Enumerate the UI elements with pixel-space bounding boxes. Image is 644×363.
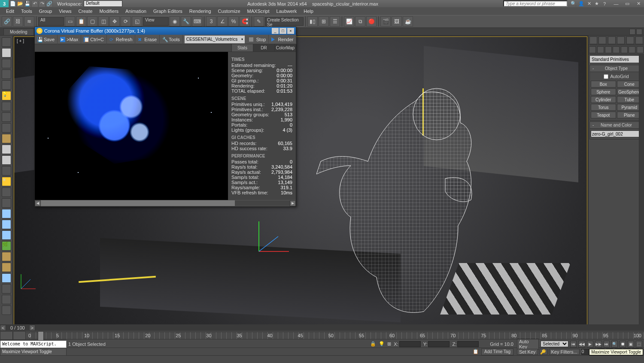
workspace-combo[interactable]: Default: [84, 0, 122, 7]
material-editor-icon[interactable]: 🔴: [366, 16, 377, 27]
keyboard-shortcut-icon[interactable]: ⌨: [192, 16, 202, 27]
layer-icon[interactable]: ☰: [330, 16, 340, 27]
bind-icon[interactable]: ≋: [24, 16, 34, 27]
vfb-maximize-icon[interactable]: □: [279, 28, 286, 34]
coord-mode-icon[interactable]: ⊞: [387, 341, 391, 347]
pal-btn-10[interactable]: [2, 134, 11, 143]
time-tag-icon[interactable]: 📋: [473, 349, 479, 354]
menu-maxscript[interactable]: MAXScript: [244, 8, 273, 15]
pal-btn-5[interactable]: [2, 80, 11, 90]
vfb-max-button[interactable]: ➤>Max: [58, 35, 81, 44]
pal-btn-21[interactable]: [2, 252, 11, 261]
primitive-pyramid[interactable]: Pyramid: [617, 104, 642, 111]
search-input[interactable]: [503, 0, 568, 7]
primitive-cylinder[interactable]: Cylinder: [591, 96, 616, 103]
selection-filter[interactable]: All: [38, 17, 64, 26]
ribbon-tab-modeling[interactable]: Modeling: [3, 28, 34, 35]
vfb-ctrlc-button[interactable]: 📋Ctrl+C: [81, 35, 106, 44]
panel-scrollbar[interactable]: [639, 54, 644, 333]
scroll-left-icon[interactable]: ◀: [35, 200, 41, 206]
select-rotate-icon[interactable]: ⟳: [121, 16, 131, 27]
vfb-save-button[interactable]: 💾Save: [35, 35, 58, 44]
timeline-config-icon[interactable]: [13, 331, 26, 340]
object-type-rollout[interactable]: Object Type: [589, 65, 643, 72]
pal-btn-9[interactable]: [2, 123, 11, 133]
select-link-icon[interactable]: 🔗: [2, 16, 12, 27]
helpers-cat-icon[interactable]: [621, 46, 628, 53]
undo-icon[interactable]: ↶: [31, 0, 38, 7]
pal-btn-14[interactable]: ☀: [2, 177, 11, 186]
shapes-cat-icon[interactable]: [597, 46, 604, 53]
maxscript-listener[interactable]: Welcome to MAXScript.: [0, 340, 67, 348]
percent-snap-icon[interactable]: %: [228, 16, 239, 27]
key-big-icon[interactable]: 🔑: [540, 349, 547, 355]
pal-btn-12[interactable]: [2, 155, 11, 165]
menu-customize[interactable]: Customize: [215, 8, 244, 15]
pal-btn-26[interactable]: [2, 306, 11, 315]
select-rect-icon[interactable]: ▢: [87, 16, 97, 27]
vfb-render-view[interactable]: [35, 52, 228, 200]
create-tab-icon[interactable]: [589, 36, 597, 44]
vfb-hscroll[interactable]: ◀ ▶: [35, 200, 296, 206]
use-pivot-icon[interactable]: ◉: [170, 16, 180, 27]
named-selection-set[interactable]: Create Selection Se: [265, 17, 304, 26]
prev-frame-icon[interactable]: ◀◀: [578, 341, 585, 348]
nav-zoom-region-icon[interactable]: ⬚: [636, 341, 642, 348]
menu-tools[interactable]: Tools: [18, 8, 36, 15]
menu-rendering[interactable]: Rendering: [186, 8, 215, 15]
select-move-icon[interactable]: ✥: [109, 16, 120, 27]
lock-icon[interactable]: 🔒: [370, 341, 376, 347]
nav-zoom-all-icon[interactable]: 🔲: [620, 341, 626, 348]
setkey-button[interactable]: Set Key: [517, 349, 538, 355]
primitive-box[interactable]: Box: [591, 81, 616, 88]
primitive-plane[interactable]: Plane: [617, 112, 642, 118]
menu-edit[interactable]: Edit: [3, 8, 18, 15]
isolate-icon[interactable]: 💡: [379, 341, 385, 347]
play-icon[interactable]: ▶: [587, 341, 593, 348]
new-icon[interactable]: 📄: [9, 0, 16, 7]
vfb-stop-button[interactable]: Stop: [246, 35, 269, 44]
key-filters-button[interactable]: Key Filters...: [549, 349, 580, 355]
menu-help[interactable]: Help: [300, 8, 317, 15]
pal-btn-2[interactable]: [2, 48, 11, 57]
modify-tab-icon[interactable]: [598, 36, 606, 44]
maximize-icon[interactable]: ▭: [622, 0, 633, 7]
cameras-cat-icon[interactable]: [613, 46, 620, 53]
menu-animation[interactable]: Animation: [122, 8, 150, 15]
redo-icon[interactable]: ↷: [39, 0, 46, 7]
vfb-tab-colormap[interactable]: ColorMap: [274, 44, 296, 51]
ref-coord-system[interactable]: View: [143, 17, 169, 26]
vfb-erase-button[interactable]: ✖Erase: [135, 35, 160, 44]
spinner-snap-icon[interactable]: 🧲: [240, 16, 250, 27]
pal-btn-20[interactable]: 🌿: [2, 241, 11, 251]
coord-x-input[interactable]: [399, 341, 421, 347]
sign-in-icon[interactable]: 👤: [578, 0, 585, 7]
open-icon[interactable]: 📂: [17, 0, 24, 7]
display-tab-icon[interactable]: [626, 36, 634, 44]
pal-btn-1[interactable]: [2, 37, 11, 47]
pal-btn-18[interactable]: [2, 220, 11, 229]
align-icon[interactable]: ⊞: [319, 16, 329, 27]
pal-btn-6[interactable]: 💡: [2, 91, 11, 100]
curve-editor-icon[interactable]: 📈: [344, 16, 354, 27]
vfb-tab-dr[interactable]: DR: [253, 44, 274, 51]
hierarchy-tab-icon[interactable]: [608, 36, 616, 44]
minimize-icon[interactable]: —: [611, 0, 622, 7]
primitive-cone[interactable]: Cone: [617, 81, 642, 88]
systems-cat-icon[interactable]: [637, 46, 644, 53]
vfb-refresh-button[interactable]: ⟳Refresh: [107, 35, 136, 44]
menu-views[interactable]: Views: [55, 8, 75, 15]
pal-btn-15[interactable]: [2, 188, 11, 197]
vfb-tab-stats[interactable]: Stats: [231, 44, 253, 51]
vfb-render-button[interactable]: Render: [269, 35, 296, 44]
pal-btn-24[interactable]: [2, 284, 11, 293]
link-icon[interactable]: 🔗: [46, 0, 53, 7]
primitive-category-combo[interactable]: Standard Primitives: [589, 55, 643, 63]
pal-btn-11[interactable]: [2, 145, 11, 154]
select-scale-icon[interactable]: ◱: [132, 16, 142, 27]
close-icon[interactable]: ✕: [633, 0, 644, 7]
window-crossing-icon[interactable]: ◫: [98, 16, 109, 27]
schematic-icon[interactable]: ⧉: [355, 16, 365, 27]
pal-btn-23[interactable]: [2, 273, 11, 283]
ribbon-expand-icon[interactable]: [636, 29, 642, 35]
